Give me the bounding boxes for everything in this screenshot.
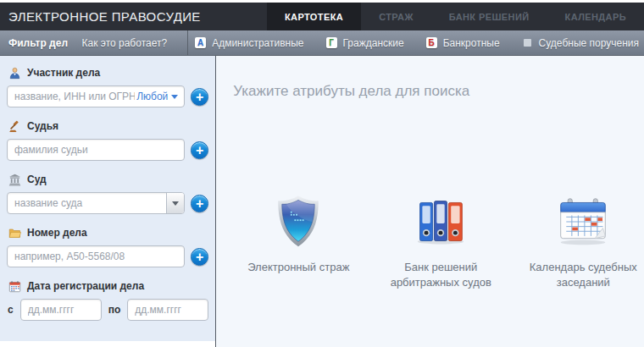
main-nav: КАРТОТЕКА СТРАЖ БАНК РЕШЕНИЙ КАЛЕНДАРЬ [267,3,644,30]
participant-type-dropdown[interactable]: Любой [136,85,178,107]
sidebar-column: Участник дела Любой [0,56,216,347]
search-hint-message: Укажите атрибуты дела для поиска [233,83,644,100]
feature-label: Банк решений арбитражных судов [377,260,504,289]
category-label: Гражданские [343,37,404,49]
category-b-icon: Б [426,37,437,48]
date-to-input[interactable] [127,299,208,321]
field-date-label-row: Дата регистрации дела [7,279,208,293]
filter-bar: Фильтр дел Как это работает? А Администр… [0,30,644,56]
field-case-number-label-row: Номер дела [7,226,208,240]
case-number-input[interactable] [7,245,185,267]
calendar-grid-icon [557,195,609,252]
add-participant-button[interactable] [191,88,208,106]
field-judge: Судья [7,119,208,161]
participant-input-wrap: Любой [7,85,185,107]
add-case-number-button[interactable] [191,248,208,266]
add-judge-button[interactable] [191,141,208,159]
field-case-number: Номер дела [7,226,208,267]
courthouse-icon [8,173,21,186]
square-icon [524,39,531,47]
tab-strazh[interactable]: СТРАЖ [361,3,431,30]
category-label: Судебные поручения [539,37,639,49]
field-participant: Участник дела Любой [7,66,208,107]
category-bankruptcy[interactable]: Б Банкротные [426,37,500,49]
category-civil[interactable]: Г Гражданские [326,37,404,49]
shield-icon [275,195,322,252]
feature-electronic-guard[interactable]: Электронный страж [235,195,362,289]
court-select-wrap [7,192,185,214]
field-label: Участник дела [27,67,100,79]
top-header: ЭЛЕКТРОННОЕ ПРАВОСУДИЕ КАРТОТЕКА СТРАЖ Б… [0,3,644,30]
folder-icon [8,226,21,240]
feature-label: Электронный страж [247,260,349,275]
field-label: Дата регистрации дела [27,280,144,292]
judge-input-wrap [7,139,185,161]
date-from-input[interactable] [20,299,102,321]
category-court-orders[interactable]: Судебные поручения [522,37,639,49]
calendar-icon [8,279,21,293]
gavel-icon [8,119,21,133]
feature-hearings-calendar[interactable]: Календарь судебных заседаний [519,195,644,289]
case-number-input-wrap [7,245,185,267]
filter-sidebar: Участник дела Любой [0,56,215,341]
main-area: Укажите атрибуты дела для поиска [216,56,644,347]
filter-bar-left: Фильтр дел Как это работает? [0,30,188,55]
app: ЭЛЕКТРОННОЕ ПРАВОСУДИЕ КАРТОТЕКА СТРАЖ Б… [0,0,644,347]
feature-shortcuts: Электронный страж [233,195,644,289]
category-label: Банкротные [443,37,500,49]
category-g-icon: Г [326,37,337,48]
how-it-works-link[interactable]: Как это работает? [82,37,168,49]
date-from-label: с [8,304,14,316]
case-category-bar: А Административные Г Гражданские Б Банкр… [188,30,644,55]
field-court-row [7,192,208,214]
feature-label: Календарь судебных заседаний [519,260,644,289]
tab-kartoteka[interactable]: КАРТОТЕКА [267,3,361,30]
judge-input[interactable] [7,139,185,161]
court-select[interactable] [7,192,185,214]
tab-bank-resheniy[interactable]: БАНК РЕШЕНИЙ [431,3,547,30]
content: Участник дела Любой [0,56,644,347]
field-judge-row [7,139,208,161]
field-label: Суд [27,174,47,185]
chevron-down-icon [172,201,179,206]
chevron-down-icon [171,95,178,99]
category-label: Административные [212,37,303,49]
field-participant-label-row: Участник дела [7,66,208,80]
category-administrative[interactable]: А Административные [195,37,303,49]
binders-icon [414,195,467,252]
app-title: ЭЛЕКТРОННОЕ ПРАВОСУДИЕ [0,3,201,30]
tab-kalendar[interactable]: КАЛЕНДАРЬ [547,3,644,30]
field-participant-row: Любой [7,85,208,107]
field-label: Судья [27,120,58,132]
add-court-button[interactable] [191,195,208,212]
participant-type-value: Любой [136,91,168,102]
category-a-icon: А [195,37,206,48]
date-range-row: с по [7,299,208,321]
date-to-label: по [108,304,121,316]
field-registration-date: Дата регистрации дела с по [7,279,208,321]
filter-panel-title: Фильтр дел [8,37,68,49]
field-case-number-row [7,245,208,267]
court-select-arrow[interactable] [166,193,184,213]
field-judge-label-row: Судья [7,119,208,133]
person-icon [8,66,21,80]
field-label: Номер дела [27,227,87,239]
field-court: Суд [7,173,208,214]
feature-decisions-bank[interactable]: Банк решений арбитражных судов [377,195,504,289]
field-court-label-row: Суд [7,173,208,186]
